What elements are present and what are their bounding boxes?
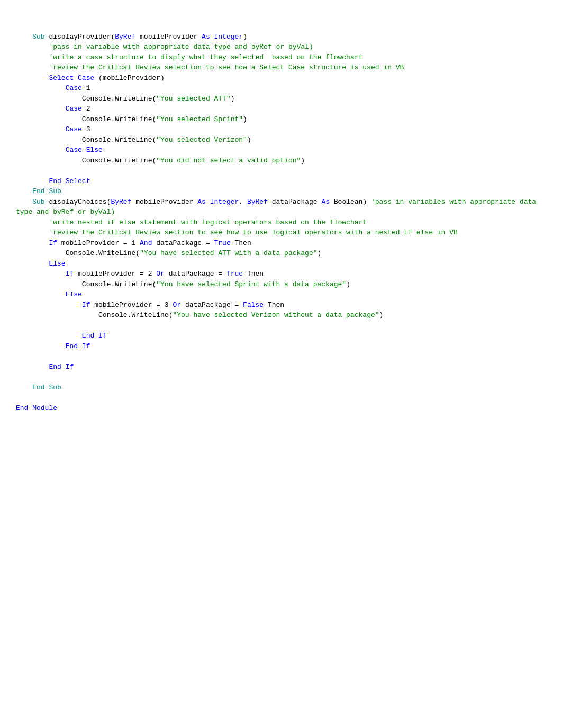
keyword-if-3: If — [82, 301, 90, 309]
string-verizon: "You selected Verizon" — [156, 136, 247, 144]
keyword-end-sub-2: End Sub — [32, 384, 61, 392]
keyword-if-1: If — [49, 239, 57, 247]
keyword-end-if-2: End If — [66, 342, 90, 350]
keyword-select: Select — [49, 74, 74, 82]
string-att-data: "You have selected ATT with a data packa… — [140, 249, 317, 257]
comment-1: 'pass in variable with appropriate data … — [49, 43, 313, 51]
keyword-false: False — [243, 301, 264, 309]
keyword-end-select: End Select — [49, 177, 90, 185]
keyword-or-1: Or — [156, 270, 165, 278]
string-sprint-data: "You have selected Sprint with a data pa… — [156, 280, 346, 288]
keyword-as-3: As — [321, 198, 330, 206]
keyword-end-module: End Module — [16, 404, 57, 412]
string-sprint: "You selected Sprint" — [156, 115, 243, 123]
comment-5: 'write nested if else statement with log… — [49, 219, 367, 226]
keyword-case-select: Case — [78, 74, 94, 82]
keyword-or-2: Or — [173, 301, 181, 309]
string-verizon-data: "You have selected Verizon without a dat… — [173, 311, 379, 319]
comment-4: 'pass in variables with appropriate data… — [16, 198, 540, 216]
keyword-true-2: True — [226, 270, 243, 278]
keyword-if-2: If — [66, 270, 74, 278]
keyword-else-2: Else — [66, 290, 82, 298]
keyword-true-1: True — [214, 239, 231, 247]
keyword-byref-3: ByRef — [247, 198, 268, 206]
keyword-byref-1: ByRef — [115, 33, 135, 41]
keyword-integer-1: Integer — [214, 33, 243, 41]
comment-2: 'write a case structure to disply what t… — [49, 53, 362, 61]
keyword-as-2: As — [197, 198, 206, 206]
keyword-integer-2: Integer — [210, 198, 239, 206]
comment-6: 'review the Critical Review section to s… — [49, 229, 457, 236]
keyword-end-sub-1: End Sub — [32, 187, 61, 195]
keyword-case-3: Case — [66, 125, 82, 133]
keyword-byref-2: ByRef — [111, 198, 131, 206]
comment-3: 'review the Critical Review selection to… — [49, 63, 404, 71]
string-invalid: "You did not select a valid option" — [156, 157, 301, 165]
keyword-end-if-3: End If — [49, 363, 74, 371]
string-att: "You selected ATT" — [156, 95, 230, 103]
keyword-as-1: As — [202, 33, 210, 41]
keyword-sub-2: Sub — [32, 198, 44, 206]
keyword-and: And — [140, 239, 152, 247]
keyword-else-1: Else — [49, 260, 65, 268]
keyword-sub: Sub — [32, 33, 44, 41]
keyword-case-2: Case — [66, 105, 82, 113]
code-editor: Sub displayProvider(ByRef mobileProvider… — [16, 21, 546, 413]
keyword-else-case: Else — [86, 146, 103, 154]
keyword-end-if-1: End If — [82, 332, 107, 340]
keyword-case-else: Case — [66, 146, 82, 154]
keyword-case-1: Case — [66, 84, 82, 92]
